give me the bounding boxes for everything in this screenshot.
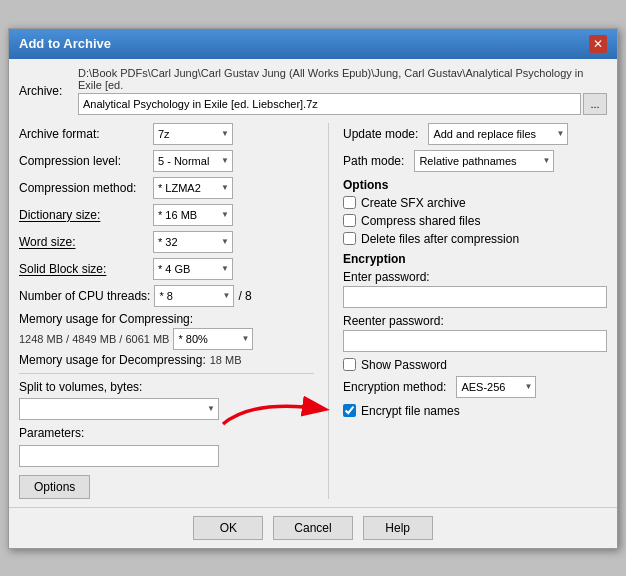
memory-percent-select-wrapper: * 80%: [173, 328, 253, 350]
red-arrow-indicator: [213, 394, 333, 429]
update-mode-select[interactable]: Add and replace files: [428, 123, 568, 145]
compression-method-select-wrapper: * LZMA2: [153, 177, 233, 199]
compression-level-select[interactable]: 5 - Normal: [153, 150, 233, 172]
browse-button[interactable]: ...: [583, 93, 607, 115]
solid-block-select-wrapper: * 4 GB: [153, 258, 233, 280]
format-row: Archive format: 7z: [19, 123, 314, 145]
encrypt-names-container: Encrypt file names: [343, 404, 607, 418]
show-password-row: Show Password: [343, 358, 607, 372]
compression-level-row: Compression level: 5 - Normal: [19, 150, 314, 172]
memory-decompress-value: 18 MB: [210, 354, 242, 366]
update-mode-label: Update mode:: [343, 127, 418, 141]
path-mode-row: Path mode: Relative pathnames: [343, 150, 607, 172]
archive-path-box: D:\Book PDFs\Carl Jung\Carl Gustav Jung …: [78, 67, 607, 115]
encrypt-names-row: Encrypt file names: [343, 404, 607, 418]
split-volumes-select-wrapper: [19, 398, 219, 420]
options-button[interactable]: Options: [19, 475, 90, 499]
memory-decompress-row: Memory usage for Decompressing: 18 MB: [19, 353, 314, 367]
word-size-select[interactable]: * 32: [153, 231, 233, 253]
enc-method-row: Encryption method: AES-256: [343, 376, 607, 398]
dictionary-size-select[interactable]: * 16 MB: [153, 204, 233, 226]
enc-method-select[interactable]: AES-256: [456, 376, 536, 398]
cpu-threads-row: Number of CPU threads: * 8 / 8: [19, 285, 314, 307]
encryption-section-title: Encryption: [343, 252, 607, 266]
vertical-divider: [328, 123, 329, 499]
main-columns: Archive format: 7z Compression level: 5 …: [19, 123, 607, 499]
format-select-wrapper: 7z: [153, 123, 233, 145]
reenter-password-input[interactable]: [343, 330, 607, 352]
solid-block-select[interactable]: * 4 GB: [153, 258, 233, 280]
params-label: Parameters:: [19, 426, 89, 440]
dictionary-size-row: Dictionary size: * 16 MB: [19, 204, 314, 226]
dictionary-size-select-wrapper: * 16 MB: [153, 204, 233, 226]
params-input[interactable]: [19, 445, 219, 467]
dialog-title: Add to Archive: [19, 36, 111, 51]
compression-level-select-wrapper: 5 - Normal: [153, 150, 233, 172]
title-bar: Add to Archive ✕: [9, 29, 617, 59]
right-panel: Update mode: Add and replace files Path …: [343, 123, 607, 499]
archive-combo: ...: [78, 93, 607, 115]
archive-input[interactable]: [78, 93, 581, 115]
encrypt-names-checkbox[interactable]: [343, 404, 356, 417]
options-section-title: Options: [343, 178, 607, 192]
memory-percent-select[interactable]: * 80%: [173, 328, 253, 350]
word-size-label: Word size:: [19, 235, 149, 249]
cpu-threads-select-wrapper: * 8: [154, 285, 234, 307]
dialog-footer: OK Cancel Help: [9, 507, 617, 548]
solid-block-row: Solid Block size: * 4 GB: [19, 258, 314, 280]
compression-level-label: Compression level:: [19, 154, 149, 168]
enter-password-label: Enter password:: [343, 270, 607, 284]
update-mode-row: Update mode: Add and replace files: [343, 123, 607, 145]
compression-method-label: Compression method:: [19, 181, 149, 195]
compress-shared-row: Compress shared files: [343, 214, 607, 228]
update-mode-select-wrapper: Add and replace files: [428, 123, 568, 145]
enc-method-select-wrapper: AES-256: [456, 376, 536, 398]
left-panel: Archive format: 7z Compression level: 5 …: [19, 123, 314, 499]
memory-compress-value: 1248 MB / 4849 MB / 6061 MB: [19, 333, 169, 345]
path-mode-select-wrapper: Relative pathnames: [414, 150, 554, 172]
ok-button[interactable]: OK: [193, 516, 263, 540]
enter-password-group: Enter password:: [343, 270, 607, 314]
memory-compress-label: Memory usage for Compressing:: [19, 312, 193, 326]
dialog-body: Archive: D:\Book PDFs\Carl Jung\Carl Gus…: [9, 59, 617, 507]
solid-block-label: Solid Block size:: [19, 262, 149, 276]
compress-shared-label: Compress shared files: [361, 214, 480, 228]
show-password-label: Show Password: [361, 358, 447, 372]
dictionary-size-label: Dictionary size:: [19, 208, 149, 222]
memory-compress-row: Memory usage for Compressing: 1248 MB / …: [19, 312, 314, 350]
archive-label: Archive:: [19, 84, 74, 98]
help-button[interactable]: Help: [363, 516, 433, 540]
split-volumes-select[interactable]: [19, 398, 219, 420]
format-label: Archive format:: [19, 127, 149, 141]
compression-method-select[interactable]: * LZMA2: [153, 177, 233, 199]
show-password-checkbox[interactable]: [343, 358, 356, 371]
close-button[interactable]: ✕: [589, 35, 607, 53]
compress-shared-checkbox[interactable]: [343, 214, 356, 227]
cpu-threads-select[interactable]: * 8: [154, 285, 234, 307]
memory-decompress-label: Memory usage for Decompressing:: [19, 353, 206, 367]
format-select[interactable]: 7z: [153, 123, 233, 145]
split-volumes-label: Split to volumes, bytes:: [19, 380, 149, 394]
delete-after-label: Delete files after compression: [361, 232, 519, 246]
create-sfx-checkbox[interactable]: [343, 196, 356, 209]
reenter-password-group: Reenter password:: [343, 314, 607, 358]
cpu-threads-label: Number of CPU threads:: [19, 289, 150, 303]
split-volumes-row: Split to volumes, bytes:: [19, 380, 314, 394]
cpu-threads-max: / 8: [238, 289, 251, 303]
word-size-select-wrapper: * 32: [153, 231, 233, 253]
create-sfx-row: Create SFX archive: [343, 196, 607, 210]
archive-row: Archive: D:\Book PDFs\Carl Jung\Carl Gus…: [19, 67, 607, 115]
delete-after-checkbox[interactable]: [343, 232, 356, 245]
delete-after-row: Delete files after compression: [343, 232, 607, 246]
archive-path-text: D:\Book PDFs\Carl Jung\Carl Gustav Jung …: [78, 67, 607, 91]
cancel-button[interactable]: Cancel: [273, 516, 352, 540]
word-size-row: Word size: * 32: [19, 231, 314, 253]
add-to-archive-dialog: Add to Archive ✕ Archive: D:\Book PDFs\C…: [8, 28, 618, 549]
enc-method-label: Encryption method:: [343, 380, 446, 394]
reenter-password-label: Reenter password:: [343, 314, 607, 328]
path-mode-label: Path mode:: [343, 154, 404, 168]
compression-method-row: Compression method: * LZMA2: [19, 177, 314, 199]
create-sfx-label: Create SFX archive: [361, 196, 466, 210]
enter-password-input[interactable]: [343, 286, 607, 308]
path-mode-select[interactable]: Relative pathnames: [414, 150, 554, 172]
